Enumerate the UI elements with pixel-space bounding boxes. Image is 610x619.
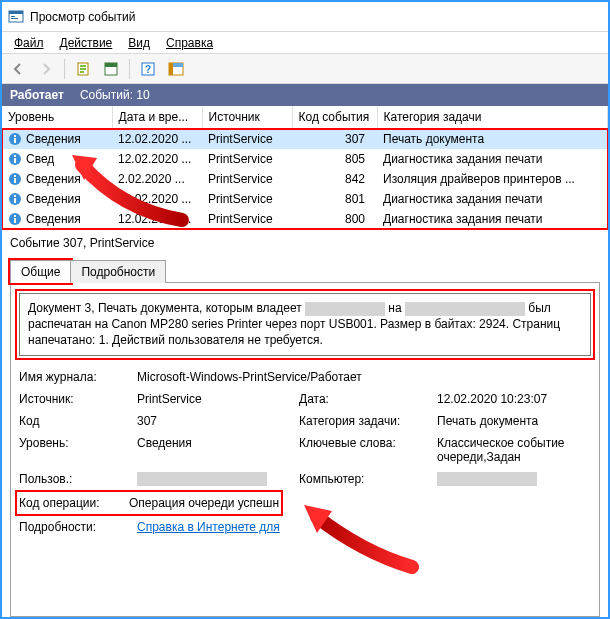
- cell-date: 12.02.2020 ...: [112, 129, 202, 150]
- table-row[interactable]: Сведения2.02.2020 ...PrintService842Изол…: [2, 169, 608, 189]
- cell-category: Изоляция драйверов принтеров ...: [377, 169, 608, 189]
- svg-rect-2: [11, 16, 15, 17]
- label-source: Источник:: [19, 392, 129, 406]
- cell-category: Диагностика задания печати: [377, 149, 608, 169]
- menu-action[interactable]: Действие: [52, 34, 121, 52]
- svg-rect-14: [14, 135, 16, 137]
- table-row[interactable]: Свед12.02.2020 ...PrintService805Диагнос…: [2, 149, 608, 169]
- detail-header: Событие 307, PrintService: [10, 236, 600, 250]
- desc-redacted-computer: [405, 302, 525, 316]
- status-state: Работает: [10, 88, 64, 102]
- value-level: Сведения: [137, 436, 291, 464]
- svg-rect-25: [14, 218, 16, 223]
- value-more: Справка в Интернете для: [137, 520, 591, 534]
- cell-category: Диагностика задания печати: [377, 189, 608, 209]
- value-source: PrintService: [137, 392, 291, 406]
- toolbar-sep-2: [129, 59, 130, 79]
- detail-tabs: Общие Подробности: [10, 258, 600, 282]
- svg-rect-10: [169, 63, 173, 75]
- label-category: Категория задачи:: [299, 414, 429, 428]
- value-opcode: Операция очереди успешн: [129, 496, 279, 510]
- event-table[interactable]: Уровень Дата и вре... Источник Код событ…: [2, 106, 608, 229]
- cell-id: 800: [292, 209, 377, 229]
- col-source[interactable]: Источник: [202, 106, 292, 129]
- info-icon: [8, 152, 22, 166]
- titlebar: Просмотр событий: [2, 2, 608, 32]
- col-date[interactable]: Дата и вре...: [112, 106, 202, 129]
- svg-rect-16: [14, 158, 16, 163]
- label-more: Подробности:: [19, 520, 129, 534]
- event-table-area: Уровень Дата и вре... Источник Код событ…: [2, 106, 608, 230]
- forward-button[interactable]: [34, 57, 58, 81]
- window-title: Просмотр событий: [30, 10, 135, 24]
- cell-category: Диагностика задания печати: [377, 209, 608, 229]
- table-row[interactable]: Сведения12.02.2020 ...PrintService801Диа…: [2, 189, 608, 209]
- menu-help[interactable]: Справка: [158, 34, 221, 52]
- value-log: Microsoft-Windows-PrintService/Работает: [137, 370, 591, 384]
- label-date: Дата:: [299, 392, 429, 406]
- menu-file[interactable]: Файл: [6, 34, 52, 52]
- status-bar: Работает Событий: 10: [2, 84, 608, 106]
- toolbar: ?: [2, 54, 608, 84]
- cell-source: PrintService: [202, 209, 292, 229]
- col-level[interactable]: Уровень: [2, 106, 112, 129]
- back-button[interactable]: [6, 57, 30, 81]
- info-icon: [8, 132, 22, 146]
- help-online-link[interactable]: Справка в Интернете для: [137, 520, 280, 534]
- event-viewer-window: Просмотр событий Файл Действие Вид Справ…: [0, 0, 610, 619]
- label-log: Имя журнала:: [19, 370, 129, 384]
- svg-text:?: ?: [145, 64, 151, 75]
- label-user: Пользов.:: [19, 472, 129, 487]
- cell-category: Печать документа: [377, 129, 608, 150]
- desc-part-1: Документ 3, Печать документа, которым вл…: [28, 301, 305, 315]
- cell-id: 842: [292, 169, 377, 189]
- cell-level: Сведения: [26, 132, 81, 146]
- status-count: Событий: 10: [80, 88, 150, 102]
- cell-level: Свед: [26, 152, 54, 166]
- col-category[interactable]: Категория задачи: [377, 106, 608, 129]
- label-id: Код: [19, 414, 129, 428]
- svg-rect-17: [14, 155, 16, 157]
- event-properties: Имя журнала: Microsoft-Windows-PrintServ…: [19, 370, 591, 535]
- value-category: Печать документа: [437, 414, 591, 428]
- menu-view[interactable]: Вид: [120, 34, 158, 52]
- svg-rect-11: [173, 63, 183, 67]
- panel-button[interactable]: [164, 57, 188, 81]
- table-row[interactable]: Сведения12.02.2020 ...PrintService307Печ…: [2, 129, 608, 150]
- svg-rect-19: [14, 178, 16, 183]
- cell-id: 307: [292, 129, 377, 150]
- cell-id: 801: [292, 189, 377, 209]
- cell-date: 2.02.2020 ...: [112, 169, 202, 189]
- cell-source: PrintService: [202, 149, 292, 169]
- tab-general[interactable]: Общие: [10, 260, 71, 283]
- tab-details[interactable]: Подробности: [70, 260, 166, 283]
- event-description: Документ 3, Печать документа, которым вл…: [19, 293, 591, 356]
- cell-level: Сведения: [26, 192, 81, 206]
- svg-rect-26: [14, 215, 16, 217]
- cell-source: PrintService: [202, 169, 292, 189]
- detail-pane: Событие 307, PrintService Общие Подробно…: [2, 230, 608, 617]
- tab-body: Документ 3, Печать документа, которым вл…: [10, 282, 600, 617]
- svg-rect-13: [14, 138, 16, 143]
- cell-level: Сведения: [26, 212, 81, 226]
- col-event-id[interactable]: Код события: [292, 106, 377, 129]
- help-button[interactable]: ?: [136, 57, 160, 81]
- cell-source: PrintService: [202, 189, 292, 209]
- properties-button[interactable]: [71, 57, 95, 81]
- value-id: 307: [137, 414, 291, 428]
- cell-date: 12.02.2020 ...: [112, 149, 202, 169]
- svg-rect-1: [9, 11, 23, 14]
- desc-redacted-user: [305, 302, 385, 316]
- cell-level: Сведения: [26, 172, 81, 186]
- svg-rect-6: [105, 63, 117, 67]
- label-opcode: Код операции:: [19, 496, 121, 510]
- opcode-row: Код операции: Операция очереди успешн: [19, 494, 279, 512]
- table-row[interactable]: Сведения12.02.2020 ...PrintService800Диа…: [2, 209, 608, 229]
- info-icon: [8, 172, 22, 186]
- value-user: [137, 472, 291, 487]
- label-level: Уровень:: [19, 436, 129, 464]
- svg-rect-22: [14, 198, 16, 203]
- refresh-button[interactable]: [99, 57, 123, 81]
- menubar: Файл Действие Вид Справка: [2, 32, 608, 54]
- svg-rect-20: [14, 175, 16, 177]
